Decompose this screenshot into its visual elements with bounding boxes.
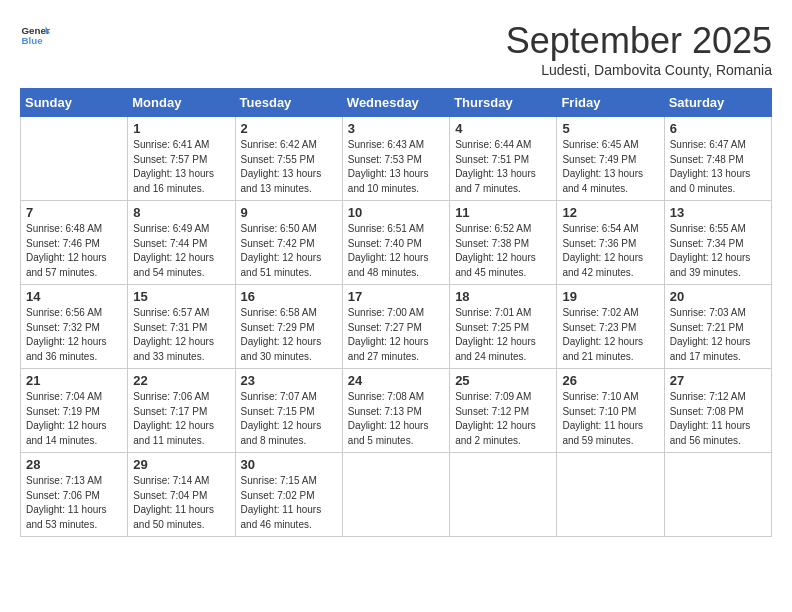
day-info: Sunrise: 7:14 AM Sunset: 7:04 PM Dayligh… bbox=[133, 474, 229, 532]
day-cell bbox=[664, 453, 771, 537]
day-number: 29 bbox=[133, 457, 229, 472]
day-cell: 22Sunrise: 7:06 AM Sunset: 7:17 PM Dayli… bbox=[128, 369, 235, 453]
day-info: Sunrise: 6:52 AM Sunset: 7:38 PM Dayligh… bbox=[455, 222, 551, 280]
day-info: Sunrise: 6:58 AM Sunset: 7:29 PM Dayligh… bbox=[241, 306, 337, 364]
day-info: Sunrise: 6:51 AM Sunset: 7:40 PM Dayligh… bbox=[348, 222, 444, 280]
day-cell: 26Sunrise: 7:10 AM Sunset: 7:10 PM Dayli… bbox=[557, 369, 664, 453]
day-info: Sunrise: 7:15 AM Sunset: 7:02 PM Dayligh… bbox=[241, 474, 337, 532]
day-number: 24 bbox=[348, 373, 444, 388]
day-cell: 1Sunrise: 6:41 AM Sunset: 7:57 PM Daylig… bbox=[128, 117, 235, 201]
day-cell: 19Sunrise: 7:02 AM Sunset: 7:23 PM Dayli… bbox=[557, 285, 664, 369]
calendar-table: SundayMondayTuesdayWednesdayThursdayFrid… bbox=[20, 88, 772, 537]
day-number: 8 bbox=[133, 205, 229, 220]
logo-icon: General Blue bbox=[20, 20, 50, 50]
svg-text:Blue: Blue bbox=[22, 35, 44, 46]
day-number: 4 bbox=[455, 121, 551, 136]
day-info: Sunrise: 7:02 AM Sunset: 7:23 PM Dayligh… bbox=[562, 306, 658, 364]
day-cell bbox=[21, 117, 128, 201]
day-cell: 10Sunrise: 6:51 AM Sunset: 7:40 PM Dayli… bbox=[342, 201, 449, 285]
day-number: 27 bbox=[670, 373, 766, 388]
day-cell: 3Sunrise: 6:43 AM Sunset: 7:53 PM Daylig… bbox=[342, 117, 449, 201]
day-cell: 23Sunrise: 7:07 AM Sunset: 7:15 PM Dayli… bbox=[235, 369, 342, 453]
day-info: Sunrise: 7:06 AM Sunset: 7:17 PM Dayligh… bbox=[133, 390, 229, 448]
day-number: 22 bbox=[133, 373, 229, 388]
day-cell: 14Sunrise: 6:56 AM Sunset: 7:32 PM Dayli… bbox=[21, 285, 128, 369]
day-number: 26 bbox=[562, 373, 658, 388]
day-number: 30 bbox=[241, 457, 337, 472]
day-number: 13 bbox=[670, 205, 766, 220]
col-header-wednesday: Wednesday bbox=[342, 89, 449, 117]
day-info: Sunrise: 6:55 AM Sunset: 7:34 PM Dayligh… bbox=[670, 222, 766, 280]
day-info: Sunrise: 7:00 AM Sunset: 7:27 PM Dayligh… bbox=[348, 306, 444, 364]
day-cell: 2Sunrise: 6:42 AM Sunset: 7:55 PM Daylig… bbox=[235, 117, 342, 201]
day-info: Sunrise: 6:47 AM Sunset: 7:48 PM Dayligh… bbox=[670, 138, 766, 196]
day-cell: 13Sunrise: 6:55 AM Sunset: 7:34 PM Dayli… bbox=[664, 201, 771, 285]
col-header-sunday: Sunday bbox=[21, 89, 128, 117]
col-header-thursday: Thursday bbox=[450, 89, 557, 117]
day-cell: 9Sunrise: 6:50 AM Sunset: 7:42 PM Daylig… bbox=[235, 201, 342, 285]
day-cell: 5Sunrise: 6:45 AM Sunset: 7:49 PM Daylig… bbox=[557, 117, 664, 201]
day-number: 3 bbox=[348, 121, 444, 136]
day-info: Sunrise: 7:04 AM Sunset: 7:19 PM Dayligh… bbox=[26, 390, 122, 448]
day-info: Sunrise: 7:13 AM Sunset: 7:06 PM Dayligh… bbox=[26, 474, 122, 532]
day-number: 19 bbox=[562, 289, 658, 304]
day-info: Sunrise: 6:49 AM Sunset: 7:44 PM Dayligh… bbox=[133, 222, 229, 280]
col-header-saturday: Saturday bbox=[664, 89, 771, 117]
day-cell bbox=[450, 453, 557, 537]
day-number: 20 bbox=[670, 289, 766, 304]
day-number: 11 bbox=[455, 205, 551, 220]
day-number: 28 bbox=[26, 457, 122, 472]
day-number: 1 bbox=[133, 121, 229, 136]
week-row-1: 1Sunrise: 6:41 AM Sunset: 7:57 PM Daylig… bbox=[21, 117, 772, 201]
day-number: 14 bbox=[26, 289, 122, 304]
day-cell: 12Sunrise: 6:54 AM Sunset: 7:36 PM Dayli… bbox=[557, 201, 664, 285]
day-info: Sunrise: 6:45 AM Sunset: 7:49 PM Dayligh… bbox=[562, 138, 658, 196]
day-info: Sunrise: 6:43 AM Sunset: 7:53 PM Dayligh… bbox=[348, 138, 444, 196]
day-number: 10 bbox=[348, 205, 444, 220]
location-title: Ludesti, Dambovita County, Romania bbox=[506, 62, 772, 78]
header-row: SundayMondayTuesdayWednesdayThursdayFrid… bbox=[21, 89, 772, 117]
day-info: Sunrise: 6:42 AM Sunset: 7:55 PM Dayligh… bbox=[241, 138, 337, 196]
day-number: 5 bbox=[562, 121, 658, 136]
day-info: Sunrise: 6:50 AM Sunset: 7:42 PM Dayligh… bbox=[241, 222, 337, 280]
day-cell: 6Sunrise: 6:47 AM Sunset: 7:48 PM Daylig… bbox=[664, 117, 771, 201]
week-row-2: 7Sunrise: 6:48 AM Sunset: 7:46 PM Daylig… bbox=[21, 201, 772, 285]
day-info: Sunrise: 6:41 AM Sunset: 7:57 PM Dayligh… bbox=[133, 138, 229, 196]
day-cell: 18Sunrise: 7:01 AM Sunset: 7:25 PM Dayli… bbox=[450, 285, 557, 369]
day-cell: 20Sunrise: 7:03 AM Sunset: 7:21 PM Dayli… bbox=[664, 285, 771, 369]
day-number: 2 bbox=[241, 121, 337, 136]
day-number: 9 bbox=[241, 205, 337, 220]
title-area: September 2025 Ludesti, Dambovita County… bbox=[506, 20, 772, 78]
day-cell: 16Sunrise: 6:58 AM Sunset: 7:29 PM Dayli… bbox=[235, 285, 342, 369]
day-cell: 27Sunrise: 7:12 AM Sunset: 7:08 PM Dayli… bbox=[664, 369, 771, 453]
day-number: 12 bbox=[562, 205, 658, 220]
day-cell: 4Sunrise: 6:44 AM Sunset: 7:51 PM Daylig… bbox=[450, 117, 557, 201]
week-row-4: 21Sunrise: 7:04 AM Sunset: 7:19 PM Dayli… bbox=[21, 369, 772, 453]
day-info: Sunrise: 7:01 AM Sunset: 7:25 PM Dayligh… bbox=[455, 306, 551, 364]
day-info: Sunrise: 6:57 AM Sunset: 7:31 PM Dayligh… bbox=[133, 306, 229, 364]
logo: General Blue bbox=[20, 20, 50, 50]
day-cell: 17Sunrise: 7:00 AM Sunset: 7:27 PM Dayli… bbox=[342, 285, 449, 369]
week-row-5: 28Sunrise: 7:13 AM Sunset: 7:06 PM Dayli… bbox=[21, 453, 772, 537]
day-info: Sunrise: 7:12 AM Sunset: 7:08 PM Dayligh… bbox=[670, 390, 766, 448]
day-info: Sunrise: 7:07 AM Sunset: 7:15 PM Dayligh… bbox=[241, 390, 337, 448]
day-number: 16 bbox=[241, 289, 337, 304]
day-cell bbox=[557, 453, 664, 537]
col-header-monday: Monday bbox=[128, 89, 235, 117]
day-cell: 8Sunrise: 6:49 AM Sunset: 7:44 PM Daylig… bbox=[128, 201, 235, 285]
col-header-friday: Friday bbox=[557, 89, 664, 117]
day-info: Sunrise: 7:03 AM Sunset: 7:21 PM Dayligh… bbox=[670, 306, 766, 364]
day-cell: 24Sunrise: 7:08 AM Sunset: 7:13 PM Dayli… bbox=[342, 369, 449, 453]
day-info: Sunrise: 6:48 AM Sunset: 7:46 PM Dayligh… bbox=[26, 222, 122, 280]
day-number: 17 bbox=[348, 289, 444, 304]
day-cell: 7Sunrise: 6:48 AM Sunset: 7:46 PM Daylig… bbox=[21, 201, 128, 285]
day-number: 6 bbox=[670, 121, 766, 136]
day-info: Sunrise: 6:54 AM Sunset: 7:36 PM Dayligh… bbox=[562, 222, 658, 280]
day-cell: 29Sunrise: 7:14 AM Sunset: 7:04 PM Dayli… bbox=[128, 453, 235, 537]
day-info: Sunrise: 7:08 AM Sunset: 7:13 PM Dayligh… bbox=[348, 390, 444, 448]
col-header-tuesday: Tuesday bbox=[235, 89, 342, 117]
day-number: 23 bbox=[241, 373, 337, 388]
day-cell: 11Sunrise: 6:52 AM Sunset: 7:38 PM Dayli… bbox=[450, 201, 557, 285]
month-title: September 2025 bbox=[506, 20, 772, 62]
header: General Blue September 2025 Ludesti, Dam… bbox=[20, 20, 772, 78]
